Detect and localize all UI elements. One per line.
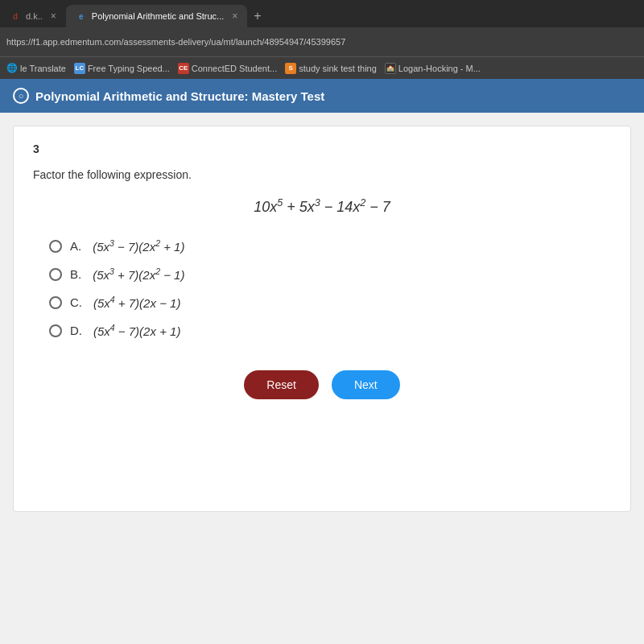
- typing-icon: LC: [74, 63, 85, 74]
- radio-b[interactable]: [49, 268, 62, 281]
- choice-math-a: (5x3 − 7)(2x2 + 1): [93, 238, 184, 254]
- radio-d[interactable]: [49, 324, 62, 337]
- page-header: ○ Polynomial Arithmetic and Structure: M…: [0, 79, 644, 113]
- bookmark-connected-label: ConnectED Student...: [192, 64, 277, 73]
- bookmark-study-label: study sink test thing: [299, 64, 377, 73]
- browser-chrome: d d.k.. × e Polynomial Arithmetic and St…: [0, 0, 644, 79]
- choice-label-c: C.: [70, 295, 82, 309]
- question-prompt: Factor the following expression.: [33, 168, 611, 181]
- bookmark-typing-label: Free Typing Speed...: [88, 64, 170, 73]
- choice-b[interactable]: B. (5x3 + 7)(2x2 − 1): [49, 266, 611, 282]
- radio-c[interactable]: [49, 296, 62, 309]
- tab-active[interactable]: e Polynomial Arithmetic and Struc... ×: [66, 5, 247, 27]
- new-tab-button[interactable]: +: [247, 9, 267, 23]
- tab-icon-2: e: [76, 10, 87, 22]
- choice-math-b: (5x3 + 7)(2x2 − 1): [93, 266, 184, 282]
- tab-bar: d d.k.. × e Polynomial Arithmetic and St…: [0, 0, 644, 27]
- bookmark-logan[interactable]: 🏫 Logan-Hocking - M...: [385, 63, 481, 74]
- study-icon: S: [285, 63, 296, 74]
- content-area: 3 Factor the following expression. 10x5 …: [0, 113, 644, 644]
- tab-close-1[interactable]: ×: [51, 10, 56, 22]
- bookmarks-bar: 🌐 le Translate LC Free Typing Speed... C…: [0, 56, 644, 79]
- button-row: Reset Next: [33, 370, 611, 399]
- choice-math-c: (5x4 + 7)(2x − 1): [93, 295, 180, 310]
- choice-label-b: B.: [70, 267, 81, 281]
- question-card: 3 Factor the following expression. 10x5 …: [13, 126, 631, 512]
- choice-math-d: (5x4 − 7)(2x + 1): [93, 323, 180, 338]
- logan-icon: 🏫: [385, 63, 396, 74]
- choice-label-d: D.: [70, 324, 82, 337]
- bookmark-translate[interactable]: 🌐 le Translate: [6, 63, 66, 73]
- header-icon: ○: [13, 88, 29, 104]
- radio-a[interactable]: [49, 240, 62, 253]
- address-text: https://f1.app.edmentum.com/assessments-…: [6, 37, 638, 47]
- choice-d[interactable]: D. (5x4 − 7)(2x + 1): [49, 323, 611, 338]
- tab-inactive-1[interactable]: d d.k.. ×: [0, 5, 66, 27]
- bookmark-logan-label: Logan-Hocking - M...: [398, 64, 481, 73]
- bookmark-study[interactable]: S study sink test thing: [285, 63, 377, 74]
- translate-icon: 🌐: [6, 63, 18, 73]
- choice-label-a: A.: [70, 239, 81, 253]
- page-title: Polynomial Arithmetic and Structure: Mas…: [35, 89, 324, 103]
- reset-button[interactable]: Reset: [244, 370, 319, 399]
- next-button[interactable]: Next: [332, 370, 400, 399]
- choice-c[interactable]: C. (5x4 + 7)(2x − 1): [49, 295, 611, 310]
- choice-a[interactable]: A. (5x3 − 7)(2x2 + 1): [49, 238, 611, 254]
- tab-label-1: d.k..: [26, 11, 43, 21]
- bookmark-connected[interactable]: CE ConnectED Student...: [178, 63, 277, 74]
- question-number: 3: [33, 142, 611, 155]
- connected-icon: CE: [178, 63, 189, 74]
- tab-icon-1: d: [10, 10, 21, 22]
- bookmark-translate-label: le Translate: [20, 64, 66, 73]
- math-expression: 10x5 + 5x3 − 14x2 − 7: [33, 197, 611, 216]
- bookmark-typing[interactable]: LC Free Typing Speed...: [74, 63, 170, 74]
- answer-choices: A. (5x3 − 7)(2x2 + 1) B. (5x3 + 7)(2x2 −…: [49, 238, 611, 338]
- address-bar: https://f1.app.edmentum.com/assessments-…: [0, 27, 644, 56]
- tab-label-2: Polynomial Arithmetic and Struc...: [92, 11, 224, 21]
- tab-close-2[interactable]: ×: [232, 10, 237, 22]
